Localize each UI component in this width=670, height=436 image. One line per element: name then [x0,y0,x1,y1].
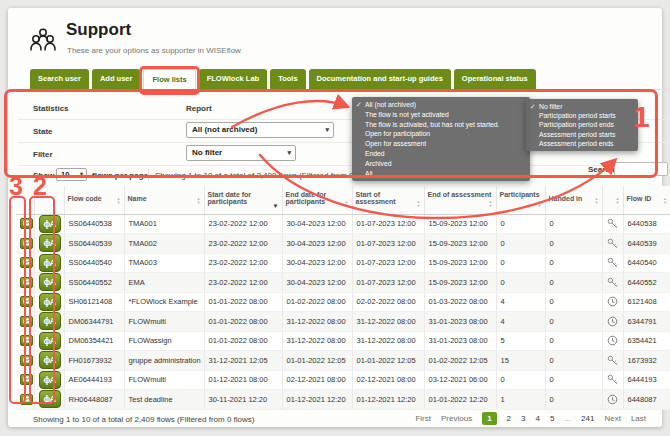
table-row: ϕA SS06440539 TMA002 23-02-2022 12:00 30… [16,234,670,254]
state-dropdown-option[interactable]: Ended [352,149,530,159]
sort-icon[interactable] [616,197,620,205]
filter-dropdown-option[interactable]: Participation period ends [526,120,638,129]
state-dropdown-option[interactable]: The flow is not yet activated [352,110,530,120]
monitor-flow-button[interactable]: ϕA [39,312,61,330]
column-header-end-participants[interactable]: End date for participants [282,186,352,214]
pagination-item[interactable]: 2 [507,414,511,423]
state-select[interactable]: All (not archived) [186,122,334,138]
sort-icon[interactable] [345,200,349,208]
state-dropdown-option[interactable]: Open for assesment [352,139,530,149]
filter-dropdown-option[interactable]: Assessment period starts [526,130,638,139]
go-to-flow-button[interactable] [20,335,33,346]
tab[interactable]: Tools [270,69,305,89]
envelope-icon [23,318,31,324]
monitor-flow-button[interactable]: ϕA [39,234,61,252]
tab[interactable]: Search user [30,69,89,89]
option-label: No filter [539,102,562,111]
filter-dropdown-option[interactable]: ✓ No filter [526,102,638,111]
search-input[interactable] [614,162,668,176]
option-label: Ended [365,149,385,159]
go-to-flow-button[interactable] [20,374,33,385]
table-header-row: Flow code Name Start date for participan… [16,186,670,214]
key-icon [607,238,618,249]
cell-participants: 4 [496,292,545,312]
go-to-flow-button[interactable] [20,257,33,268]
go-to-flow-button[interactable] [20,296,33,307]
sort-icon[interactable] [489,200,493,208]
monitor-flow-button[interactable]: ϕA [39,390,61,408]
go-to-flow-button[interactable] [20,355,33,366]
state-dropdown-option[interactable]: ✓ All (not archived) [352,100,530,110]
cell-monitor: ϕA [34,312,64,332]
monitor-flow-button[interactable]: ϕA [39,332,61,350]
per-page-select[interactable]: 10 [56,168,87,181]
monitor-flow-button[interactable]: ϕA [39,273,61,291]
cell-start-participants: 23-02-2022 12:00 [204,234,282,254]
key-icon [607,277,618,288]
sort-icon[interactable] [197,197,201,205]
tab[interactable]: Add user [92,69,141,89]
tab[interactable]: Flow lists [143,69,195,90]
pagination-item[interactable]: Last [631,414,646,423]
monitor-flow-button[interactable]: ϕA [39,293,61,311]
filter-label: Filter [33,150,53,159]
pagination-item[interactable]: First [415,414,431,423]
pagination-item[interactable]: 5 [550,414,554,423]
monitor-flow-button[interactable]: ϕA [39,371,61,389]
column-header-handed-in[interactable]: Handed in [545,186,602,214]
column-header-end-assessment[interactable]: End of assessment [424,186,496,214]
sort-icon[interactable] [417,200,421,208]
column-header-start-assessment[interactable]: Start of assessment [352,186,424,214]
sort-desc-icon[interactable] [273,202,279,209]
sort-icon[interactable] [117,197,121,205]
pagination-item[interactable]: 241 [581,414,594,423]
report-link[interactable]: Report [186,104,212,113]
column-header-flow-code[interactable]: Flow code [64,186,124,214]
filter-dropdown-option[interactable]: Participation period starts [526,111,638,120]
state-dropdown-option[interactable]: The flow is activated, but has not yet s… [352,120,530,130]
cell-name: *FLOWlock Example [124,292,204,312]
pagination-item[interactable]: Previous [441,414,472,423]
sort-icon[interactable] [595,197,599,205]
cell-monitor: ϕA [34,234,64,254]
go-to-flow-button[interactable] [20,238,33,249]
column-header-flow-id[interactable]: Flow ID [623,186,670,214]
filter-dropdown-option[interactable]: Assessment period ends [526,139,638,148]
sort-icon[interactable] [538,200,542,208]
go-to-flow-button[interactable] [20,277,33,288]
tab[interactable]: Documentation and start-up guides [309,69,451,89]
cell-handed-in: 0 [545,390,602,410]
table-row: ϕA DM06354421 FLOWassign 01-01-2022 08:0… [16,331,670,351]
monitor-flow-button[interactable]: ϕA [39,254,61,272]
pagination-item[interactable]: 3 [521,414,525,423]
monitor-flow-button[interactable]: ϕA [39,351,61,369]
go-to-flow-button[interactable] [20,394,33,405]
column-header-participants[interactable]: Participants [496,186,545,214]
key-icon [607,218,618,229]
sort-icon[interactable] [663,197,667,205]
state-dropdown-option[interactable]: Open for participation [352,129,530,139]
pagination: First Previous 1 2 3 4 5 ... 241 Next La… [405,412,646,425]
pagination-item[interactable]: ... [564,414,571,423]
tab[interactable]: Operational status [454,69,536,89]
column-header-start-participants[interactable]: Start date for participants [204,186,282,214]
monitor-flow-button[interactable]: ϕA [39,215,61,233]
pagination-item[interactable]: 1 [482,412,496,425]
statistics-link[interactable]: Statistics [33,104,69,113]
cell-flow-id: 6448087 [623,390,670,410]
state-dropdown-option[interactable]: All [352,169,530,179]
cell-flow-code: SS06440540 [64,253,124,273]
cell-go-to-flow [16,292,34,312]
go-to-flow-button[interactable] [20,316,33,327]
column-header-name[interactable]: Name [124,186,204,214]
cell-name: FLOWassign [124,331,204,351]
checkmark-icon [356,110,365,120]
cell-end-assessment: 01-02-2022 12:05 [424,351,496,371]
tab[interactable]: FLOWlock Lab [199,69,268,89]
pagination-item[interactable]: Next [604,414,620,423]
go-to-flow-button[interactable] [20,218,33,229]
state-dropdown-option[interactable]: Archived [352,159,530,169]
filter-select[interactable]: No filter [186,145,296,161]
pagination-item[interactable]: 4 [535,414,539,423]
column-header-status[interactable] [602,186,623,214]
